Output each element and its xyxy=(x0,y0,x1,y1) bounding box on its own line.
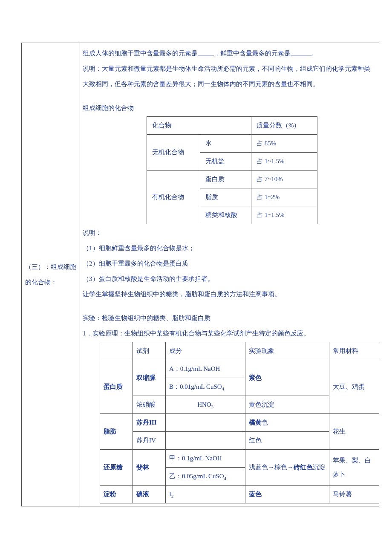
cell: 乙：0.05g/mL CuSO4 xyxy=(166,468,245,486)
cell: 占 1~1.5% xyxy=(251,206,317,224)
cell: 脂质 xyxy=(200,188,251,206)
th-compound: 化合物 xyxy=(147,117,251,135)
intro-line-2: 说明：大量元素和微量元素都是生物体生命活动所必需的元素，不同的生物，组成它们的化… xyxy=(83,61,379,92)
note-4: 让学生掌握坚持生物组织中的糖类，脂肪和蛋白质的方法和注意事项。 xyxy=(83,286,379,302)
table-row: 试剂 成分 实验现象 常用材料 xyxy=(100,342,380,360)
cell-material: 大豆、鸡蛋 xyxy=(329,360,380,414)
table-row: 有机化合物 蛋白质 占 7~10% xyxy=(147,171,317,188)
cell: 无机盐 xyxy=(200,153,251,171)
th: 试剂 xyxy=(133,342,166,360)
th-mass: 质量分数（%） xyxy=(251,117,317,135)
table-row: 脂肪 苏丹III 橘黄色 花生 xyxy=(100,414,380,432)
cell-reagent: 苏丹IV xyxy=(133,432,166,450)
cat-organic: 有机化合物 xyxy=(147,171,200,224)
cell-reagent: 浓硝酸 xyxy=(133,396,166,414)
th: 常用材料 xyxy=(329,342,380,360)
text: 组成人体的细胞干重中含量最多的元素是 xyxy=(83,50,198,57)
cell-reagent: 碘液 xyxy=(133,486,166,503)
text: 。 xyxy=(311,50,317,57)
cell-result: 橘黄色 xyxy=(245,414,329,432)
cell: 占 7~10% xyxy=(251,171,317,188)
blank-1 xyxy=(198,49,214,56)
cell-substance: 还原糖 xyxy=(100,450,133,486)
notes-title: 说明： xyxy=(83,225,379,240)
reagent-table: 试剂 成分 实验现象 常用材料 蛋白质 双缩脲 A：0.1g/mL NaOH 紫… xyxy=(100,342,379,503)
text: ，鲜重中含量最多的元素是 xyxy=(214,50,291,57)
cell: 占 1~1.5% xyxy=(251,153,317,171)
cell xyxy=(166,414,245,432)
cell-reagent: 斐林 xyxy=(133,450,166,486)
intro-line-1: 组成人体的细胞干重中含量最多的元素是，鲜重中含量最多的元素是。 xyxy=(83,46,379,61)
cell-substance: 蛋白质 xyxy=(100,360,133,414)
table-row: 蛋白质 双缩脲 A：0.1g/mL NaOH 紫色 大豆、鸡蛋 xyxy=(100,360,380,378)
cell-result: 黄色沉淀 xyxy=(245,396,329,414)
th: 实验现象 xyxy=(245,342,329,360)
cell: HNO3 xyxy=(166,396,245,414)
note-3: （3）蛋白质和核酸是生命活动的主要承担者。 xyxy=(83,271,379,286)
cell-result: 紫色 xyxy=(245,360,329,396)
exp-principle: 1．实验原理：生物组织中某些有机化合物与某些化学试剂产生特定的颜色反应。 xyxy=(83,326,379,341)
cell-substance: 淀粉 xyxy=(100,486,133,503)
cell-substance: 脂肪 xyxy=(100,414,133,450)
left-column: （三）：组成细胞的化合物： xyxy=(22,43,80,506)
cat-inorganic: 无机化合物 xyxy=(147,135,200,171)
page: （三）：组成细胞的化合物： 组成人体的细胞干重中含量最多的元素是，鲜重中含量最多… xyxy=(0,0,392,555)
th: 成分 xyxy=(166,342,245,360)
cell: B：0.01g/mL CuSO4 xyxy=(166,378,245,396)
cell-result: 红色 xyxy=(245,432,329,450)
section-label: （三）：组成细胞的化合物： xyxy=(25,259,76,290)
cell: 水 xyxy=(200,135,251,153)
cell: 占 1~2% xyxy=(251,188,317,206)
table-row: 化合物 质量分数（%） xyxy=(147,117,317,135)
blank-2 xyxy=(291,49,311,56)
cell-material: 苹果、梨、白萝卜 xyxy=(329,450,380,486)
th xyxy=(100,342,133,360)
cell: 占 85% xyxy=(251,135,317,153)
cell xyxy=(166,432,245,450)
cell-material: 马铃薯 xyxy=(329,486,380,503)
cell-result: 浅蓝色→棕色→砖红色沉淀 xyxy=(245,450,329,486)
note-1: （1）细胞鲜重含量最多的化合物是水； xyxy=(83,240,379,256)
outer-frame: （三）：组成细胞的化合物： 组成人体的细胞干重中含量最多的元素是，鲜重中含量最多… xyxy=(21,43,379,506)
compound-table: 化合物 质量分数（%） 无机化合物 水 占 85% 无机盐 占 1~1.5% 有… xyxy=(147,116,317,224)
table-row: 还原糖 斐林 甲：0.1g/mL NaOH 浅蓝色→棕色→砖红色沉淀 苹果、梨、… xyxy=(100,450,380,468)
note-2: （2）细胞干重最多的化合物是蛋白质 xyxy=(83,256,379,271)
exp-title: 实验：检验生物组织中的糖类、脂肪和蛋白质 xyxy=(83,310,379,326)
cell: I2 xyxy=(166,486,245,503)
cell-material: 花生 xyxy=(329,414,380,450)
cell: 蛋白质 xyxy=(200,171,251,188)
section2-title: 组成细胞的化合物 xyxy=(83,100,379,116)
cell-reagent: 苏丹III xyxy=(133,414,166,432)
right-column: 组成人体的细胞干重中含量最多的元素是，鲜重中含量最多的元素是。 说明：大量元素和… xyxy=(80,43,379,506)
cell: A：0.1g/mL NaOH xyxy=(166,360,245,378)
table-row: 无机化合物 水 占 85% xyxy=(147,135,317,153)
cell-reagent: 双缩脲 xyxy=(133,360,166,396)
cell: 甲：0.1g/mL NaOH xyxy=(166,450,245,468)
cell-result: 蓝色 xyxy=(245,486,329,503)
table-row: 淀粉 碘液 I2 蓝色 马铃薯 xyxy=(100,486,380,503)
cell: 糖类和核酸 xyxy=(200,206,251,224)
